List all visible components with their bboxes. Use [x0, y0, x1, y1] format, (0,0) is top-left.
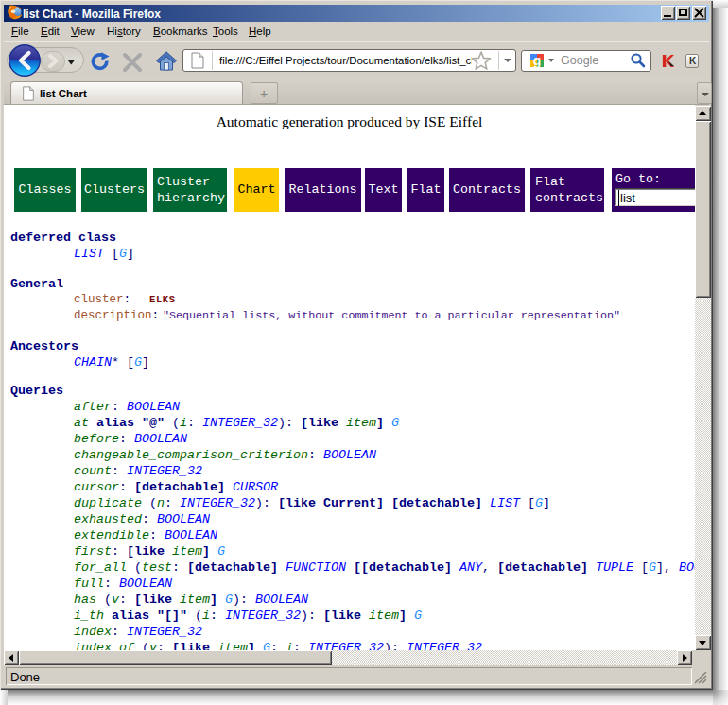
- svg-text:g: g: [533, 53, 542, 68]
